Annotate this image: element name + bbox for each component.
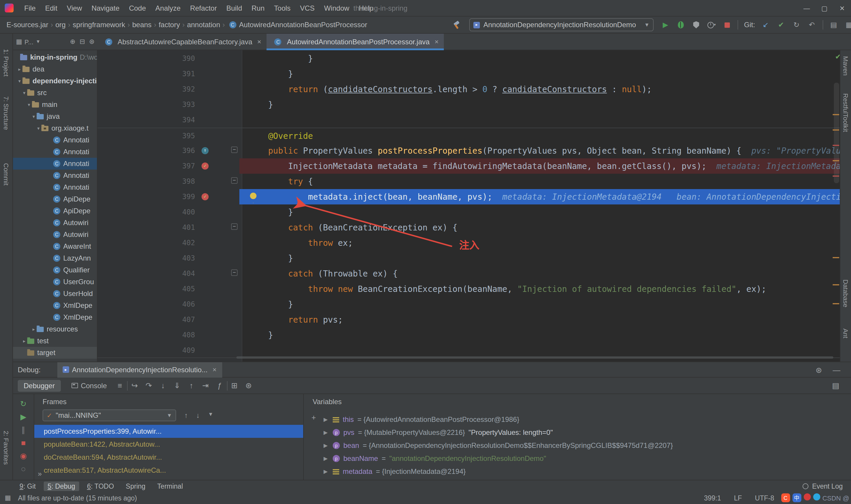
restore-layout-icon[interactable]: ▤ xyxy=(829,381,843,390)
project-view-selector[interactable]: P... xyxy=(24,38,33,45)
run-icon[interactable]: ▶ xyxy=(661,20,670,30)
next-frame-icon[interactable]: ↓ xyxy=(196,411,200,419)
show-execution-point-icon[interactable]: ↪ xyxy=(128,381,142,390)
menu-code[interactable]: Code xyxy=(124,4,150,12)
tree-item-main[interactable]: ▾main xyxy=(13,99,97,110)
tool-button-spring[interactable]: Spring xyxy=(122,481,150,491)
editor-layout-icon[interactable]: ▦ xyxy=(844,20,851,30)
line-number[interactable]: 392 xyxy=(139,82,195,97)
tree-item-dea[interactable]: ▸dea xyxy=(13,63,97,75)
line-number[interactable]: 403 xyxy=(139,251,195,266)
profiler-icon[interactable]: ▾ xyxy=(707,20,716,30)
menu-vcs[interactable]: VCS xyxy=(295,4,319,12)
expand-arrow-icon[interactable]: ▶ xyxy=(322,469,329,474)
breadcrumb-beans[interactable]: beans xyxy=(131,21,152,29)
tool-window-switcher-icon[interactable]: ▦ xyxy=(5,494,11,502)
screen-share-icon[interactable]: ▤ xyxy=(829,20,838,30)
select-opened-file-icon[interactable]: ⊕ xyxy=(70,38,75,46)
close-icon[interactable]: ✕ xyxy=(212,367,217,373)
stop-icon[interactable] xyxy=(722,20,731,30)
run-to-cursor-icon[interactable]: ⇥ xyxy=(199,381,213,390)
fold-icon[interactable]: − xyxy=(231,223,238,230)
line-number[interactable]: 406 xyxy=(139,296,195,312)
code-line-397[interactable]: 397✓ InjectionMetadata metadata = findAu… xyxy=(97,158,851,174)
fold-icon[interactable]: − xyxy=(231,146,238,153)
rerun-icon[interactable]: ↻ xyxy=(20,400,26,408)
tree-item-usergrou[interactable]: CUserGrou xyxy=(13,276,97,288)
variable-row-this[interactable]: ▶this = {AutowiredAnnotationBeanPostProc… xyxy=(322,413,851,426)
tab-autowiredannotationbeanpostprocessor-java[interactable]: CAutowiredAnnotationBeanPostProcessor.ja… xyxy=(267,34,444,50)
variable-row-beanname[interactable]: ▶pbeanName = "annotationDependencyInject… xyxy=(322,452,851,465)
tree-item-lazyann[interactable]: CLazyAnn xyxy=(13,252,97,264)
error-stripe-mark[interactable] xyxy=(833,257,839,258)
rollback-icon[interactable]: ↶ xyxy=(807,20,816,30)
code-line-405[interactable]: 405 throw new BeanCreationException(bean… xyxy=(97,281,851,296)
tree-item-apidepe[interactable]: CApiDepe xyxy=(13,205,97,217)
line-number[interactable]: 401 xyxy=(139,220,195,235)
debug-bug-icon[interactable] xyxy=(676,20,686,30)
close-button[interactable]: ✕ xyxy=(833,0,851,17)
line-number[interactable]: 399 xyxy=(139,189,195,204)
debug-session-tab[interactable]: ▸ AnnotationDependencyInjectionResolutio… xyxy=(57,362,222,377)
build-hammer-icon[interactable] xyxy=(453,21,461,29)
commit-icon[interactable]: ✔ xyxy=(776,20,786,30)
code-line-401[interactable]: 401− catch (BeanCreationException ex) { xyxy=(97,220,851,235)
step-into-icon[interactable]: ↓ xyxy=(156,381,170,390)
tool-button-terminal[interactable]: Terminal xyxy=(153,481,187,491)
tree-item-test[interactable]: ▸test xyxy=(13,335,97,347)
line-number[interactable]: 407 xyxy=(139,312,195,327)
line-number[interactable]: 397 xyxy=(139,158,195,174)
tool-stripe-database[interactable]: Database xyxy=(842,280,849,307)
add-watch-icon[interactable]: + xyxy=(311,413,316,422)
tree-item-src[interactable]: ▾src xyxy=(13,87,97,99)
line-number[interactable]: 393 xyxy=(139,97,195,112)
expand-arrow-icon[interactable]: ▶ xyxy=(322,430,329,435)
tool-button-9-git[interactable]: 9: Git xyxy=(15,481,40,491)
code-line-400[interactable]: 400 } xyxy=(97,204,851,220)
thread-selector[interactable]: ✓ "mai...NNING" ▼ xyxy=(42,410,176,421)
breakpoint-icon[interactable]: ✓ xyxy=(201,193,209,200)
tree-arrow[interactable]: ▸ xyxy=(21,338,27,344)
tab-console[interactable]: Console xyxy=(65,380,113,392)
tree-arrow[interactable]: ▾ xyxy=(35,126,41,131)
variable-row-bean[interactable]: ▶pbean = {AnnotationDependencyInjectionR… xyxy=(322,439,851,452)
intention-bulb-icon[interactable] xyxy=(250,193,256,199)
line-number[interactable]: 408 xyxy=(139,327,195,343)
menu-run[interactable]: Run xyxy=(247,4,269,12)
line-number[interactable]: 390 xyxy=(139,51,195,66)
file-encoding[interactable]: UTF-8 xyxy=(755,494,774,501)
tab-debugger[interactable]: Debugger xyxy=(18,380,60,392)
settings-gear-icon[interactable]: ⊛ xyxy=(89,38,94,46)
tree-arrow[interactable]: ▸ xyxy=(17,67,22,72)
view-breakpoints-icon[interactable]: ◉ xyxy=(20,452,27,460)
code-line-396[interactable]: 396↑− public PropertyValues postProcessP… xyxy=(97,143,851,158)
line-number[interactable]: 402 xyxy=(139,235,195,251)
tree-item-autowiri[interactable]: CAutowiri xyxy=(13,217,97,229)
menu-file[interactable]: File xyxy=(19,4,40,12)
tool-button-6-todo[interactable]: 6: TODO xyxy=(83,481,118,491)
expand-arrow-icon[interactable]: ▶ xyxy=(322,443,329,448)
tool-stripe-maven[interactable]: Maven xyxy=(842,56,849,76)
tree-item-target[interactable]: target xyxy=(13,347,97,359)
tree-item-annotati[interactable]: CAnnotati xyxy=(13,181,97,193)
filter-frames-icon[interactable]: ▼ xyxy=(208,411,213,419)
code-line-392[interactable]: 392 return (candidateConstructors.length… xyxy=(97,82,851,97)
line-number[interactable]: 409 xyxy=(139,343,195,358)
code-line-393[interactable]: 393 } xyxy=(97,97,851,112)
close-icon[interactable]: ✕ xyxy=(434,39,439,45)
override-marker-icon[interactable]: ↑ xyxy=(201,147,209,154)
code-line-390[interactable]: 390 } xyxy=(97,51,851,66)
fold-icon[interactable]: − xyxy=(231,177,238,184)
code-line-399[interactable]: 399✓ metadata.inject(bean, beanName, pvs… xyxy=(97,189,851,204)
breadcrumb-springframework[interactable]: springframework xyxy=(72,21,126,29)
minimize-button[interactable]: — xyxy=(798,0,816,17)
line-number[interactable]: 396 xyxy=(139,143,195,158)
frame-row[interactable]: postProcessProperties:399, Autowir... xyxy=(34,425,303,438)
code-line-407[interactable]: 407 return pvs; xyxy=(97,312,851,327)
frame-row[interactable]: createBean:517, AbstractAutowireCa... xyxy=(34,464,303,477)
tool-stripe-restfultoolkit[interactable]: RestfulToolkit xyxy=(842,93,849,132)
tool-stripe-ant[interactable]: Ant xyxy=(842,328,849,338)
hide-icon[interactable]: — xyxy=(833,365,840,374)
variable-row-metadata[interactable]: ▶metadata = {InjectionMetadata@2194} xyxy=(322,465,851,478)
tree-item-king-in-spring[interactable]: king-in-springD:\wor xyxy=(13,51,97,63)
